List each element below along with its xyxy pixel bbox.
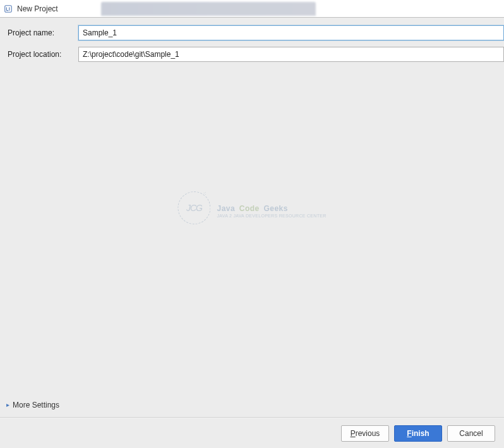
project-name-input[interactable] xyxy=(78,25,504,40)
svg-rect-0 xyxy=(5,5,12,12)
watermark-text: Java Code Geeks Java 2 Java Developers R… xyxy=(217,198,326,218)
watermark-main: Java Code Geeks xyxy=(217,198,326,215)
watermark-dots-icon: ·: xyxy=(203,190,206,196)
more-settings-label: More Settings xyxy=(13,401,59,409)
watermark-tagline: Java 2 Java Developers Resource Center xyxy=(217,214,326,218)
window-title: New Project xyxy=(17,4,58,13)
previous-button[interactable]: Previous xyxy=(341,425,389,442)
dialog-body: Project name: Project location: ·: JCG J… xyxy=(0,18,504,392)
title-bar: New Project xyxy=(0,0,504,18)
previous-rest: revious xyxy=(356,429,380,438)
project-location-row: Project location: xyxy=(8,47,504,62)
finish-accesskey: F xyxy=(407,429,411,438)
project-location-input[interactable] xyxy=(78,47,504,62)
intellij-icon xyxy=(3,4,13,14)
watermark-word-geeks: Geeks xyxy=(263,204,288,213)
finish-rest: inish xyxy=(412,429,429,438)
previous-accesskey: P xyxy=(351,429,356,438)
project-name-row: Project name: xyxy=(8,25,504,40)
watermark-circle: ·: JCG xyxy=(177,191,210,224)
cancel-button[interactable]: Cancel xyxy=(447,425,495,442)
button-bar: Previous Finish Cancel xyxy=(0,418,504,448)
watermark-word-java: Java xyxy=(217,204,235,213)
project-name-label: Project name: xyxy=(8,28,78,37)
chevron-right-icon: ▸ xyxy=(6,401,9,408)
project-location-label: Project location: xyxy=(8,50,78,59)
finish-button[interactable]: Finish xyxy=(394,425,442,442)
background-tab-blur xyxy=(101,2,316,16)
watermark-word-code: Code xyxy=(239,204,260,213)
watermark-logo: ·: JCG Java Code Geeks Java 2 Java Devel… xyxy=(177,191,326,224)
more-settings-expander[interactable]: ▸ More Settings xyxy=(0,392,504,418)
watermark-circle-text: JCG xyxy=(186,203,202,213)
